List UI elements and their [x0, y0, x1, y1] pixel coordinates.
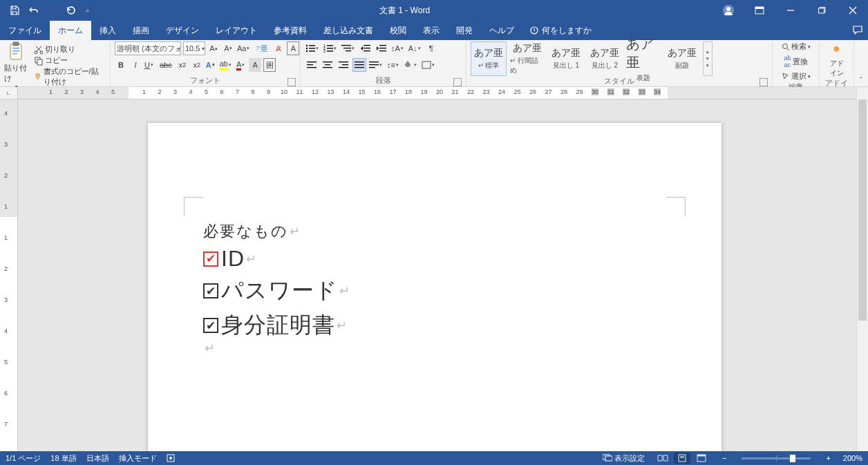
- vertical-scrollbar[interactable]: [856, 87, 868, 451]
- shading-button[interactable]: [402, 58, 419, 72]
- underline-button[interactable]: U: [142, 58, 155, 72]
- styles-more-button[interactable]: ▴▾▾: [703, 41, 713, 76]
- tab-file[interactable]: ファイル: [0, 21, 50, 40]
- zoom-slider[interactable]: [742, 457, 811, 459]
- cut-button[interactable]: 切り取り: [34, 44, 106, 55]
- style-item-4[interactable]: あア亜表題: [625, 41, 661, 76]
- sort-button[interactable]: A↓: [406, 41, 423, 55]
- text-effects-button[interactable]: A: [204, 58, 217, 72]
- paste-button[interactable]: 貼り付け ▾: [4, 41, 28, 90]
- clear-formatting-button[interactable]: A̷: [272, 41, 285, 55]
- grow-font-button[interactable]: A▴: [207, 41, 220, 55]
- account-icon[interactable]: [713, 0, 744, 21]
- undo-icon[interactable]: [26, 3, 41, 18]
- text-direction-button[interactable]: ↕A: [389, 41, 406, 55]
- redo-icon[interactable]: [64, 3, 79, 18]
- select-button[interactable]: 選択▾: [782, 71, 811, 82]
- line-spacing-button[interactable]: ↕≡: [385, 58, 401, 72]
- web-layout-button[interactable]: [693, 453, 710, 464]
- zoom-level[interactable]: 200%: [843, 454, 862, 462]
- borders-button[interactable]: [419, 58, 437, 72]
- character-shading-button[interactable]: A: [249, 58, 261, 72]
- checklist-item-2[interactable]: 身分証明書↵: [203, 310, 666, 341]
- tab-review[interactable]: 校閲: [381, 21, 415, 40]
- save-icon[interactable]: [7, 3, 22, 18]
- styles-launcher[interactable]: [760, 78, 768, 86]
- justify-button[interactable]: [352, 58, 366, 72]
- find-button[interactable]: 検索▾: [782, 41, 811, 52]
- ribbon-display-icon[interactable]: [744, 0, 775, 21]
- tab-layout[interactable]: レイアウト: [207, 21, 265, 40]
- paragraph-launcher[interactable]: [453, 78, 462, 86]
- print-layout-button[interactable]: [674, 453, 690, 464]
- collapse-ribbon-button[interactable]: ˆ: [854, 40, 868, 86]
- document-content[interactable]: 必要なもの↵ ID↵パスワード↵身分証明書↵ ↵: [203, 221, 666, 356]
- zoom-in-button[interactable]: +: [823, 454, 833, 462]
- tab-home[interactable]: ホーム: [50, 21, 91, 40]
- page[interactable]: 必要なもの↵ ID↵パスワード↵身分証明書↵ ↵: [148, 123, 721, 451]
- tab-insert[interactable]: 挿入: [91, 21, 124, 40]
- maximize-button[interactable]: [806, 0, 837, 21]
- align-right-button[interactable]: [337, 58, 350, 72]
- subscript-button[interactable]: x2: [176, 58, 189, 72]
- tab-help[interactable]: ヘルプ: [481, 21, 522, 40]
- character-border-button[interactable]: 囲: [263, 58, 276, 72]
- undo-dropdown[interactable]: [44, 3, 59, 18]
- distribute-button[interactable]: [367, 58, 384, 72]
- empty-paragraph[interactable]: ↵: [203, 341, 666, 356]
- status-page[interactable]: 1/1 ページ: [6, 453, 41, 464]
- status-words[interactable]: 18 単語: [50, 453, 76, 464]
- tab-draw[interactable]: 描画: [124, 21, 158, 40]
- vertical-ruler[interactable]: 43211234567: [0, 99, 18, 451]
- scrollbar-thumb[interactable]: [858, 99, 867, 321]
- macro-recording-icon[interactable]: [167, 454, 175, 462]
- read-mode-button[interactable]: [654, 453, 671, 464]
- style-item-3[interactable]: あア亜見出し 2: [587, 41, 623, 76]
- minimize-button[interactable]: [775, 0, 806, 21]
- align-center-button[interactable]: [321, 58, 334, 72]
- comments-icon[interactable]: [847, 21, 868, 40]
- style-item-1[interactable]: あア亜↵ 行間詰め: [509, 41, 545, 76]
- status-insert-mode[interactable]: 挿入モード: [119, 453, 157, 464]
- increase-indent-button[interactable]: [375, 41, 388, 55]
- document-canvas[interactable]: 必要なもの↵ ID↵パスワード↵身分証明書↵ ↵: [18, 99, 856, 451]
- replace-button[interactable]: abac置換: [784, 55, 807, 68]
- display-settings-button[interactable]: 表示設定: [603, 453, 645, 464]
- font-name-combo[interactable]: 游明朝 (本文のフォン: [115, 41, 181, 55]
- tab-references[interactable]: 参考資料: [265, 21, 315, 40]
- tab-design[interactable]: デザイン: [158, 21, 207, 40]
- enclose-characters-button[interactable]: A: [287, 41, 299, 55]
- tell-me-search[interactable]: 何をしますか: [522, 21, 598, 40]
- font-launcher[interactable]: [287, 78, 296, 86]
- close-button[interactable]: [837, 0, 868, 21]
- copy-button[interactable]: コピー: [34, 55, 106, 66]
- addins-button[interactable]: ● アド イン: [824, 41, 849, 78]
- tab-view[interactable]: 表示: [415, 21, 448, 40]
- bold-button[interactable]: B: [115, 58, 127, 72]
- format-painter-button[interactable]: 書式のコピー/貼り付け: [34, 66, 106, 87]
- multilevel-list-button[interactable]: [339, 41, 357, 55]
- heading-line[interactable]: 必要なもの↵: [203, 221, 666, 242]
- style-item-2[interactable]: あア亜見出し 1: [548, 41, 584, 76]
- show-marks-button[interactable]: ¶: [425, 41, 437, 55]
- italic-button[interactable]: I: [129, 58, 142, 72]
- qat-customize-dropdown[interactable]: =: [82, 3, 97, 18]
- font-color-button[interactable]: A: [234, 58, 247, 72]
- superscript-button[interactable]: x2: [191, 58, 203, 72]
- status-language[interactable]: 日本語: [86, 453, 109, 464]
- change-case-button[interactable]: Aa: [235, 41, 252, 55]
- align-left-button[interactable]: [305, 58, 319, 72]
- shrink-font-button[interactable]: A▾: [222, 41, 234, 55]
- numbering-button[interactable]: 123: [321, 41, 339, 55]
- style-item-5[interactable]: あア亜副題: [664, 41, 700, 76]
- checklist-item-1[interactable]: パスワード↵: [203, 276, 666, 306]
- style-item-0[interactable]: あア亜↵ 標準: [471, 41, 507, 76]
- zoom-out-button[interactable]: −: [719, 454, 729, 462]
- tab-developer[interactable]: 開発: [448, 21, 481, 40]
- bullets-button[interactable]: [303, 41, 321, 55]
- tab-mailings[interactable]: 差し込み文書: [315, 21, 381, 40]
- horizontal-ruler[interactable]: 5432112345678910111213141516171819202122…: [18, 87, 856, 99]
- strikethrough-button[interactable]: abc: [158, 58, 174, 72]
- font-size-combo[interactable]: 10.5: [183, 41, 205, 55]
- decrease-indent-button[interactable]: [359, 41, 372, 55]
